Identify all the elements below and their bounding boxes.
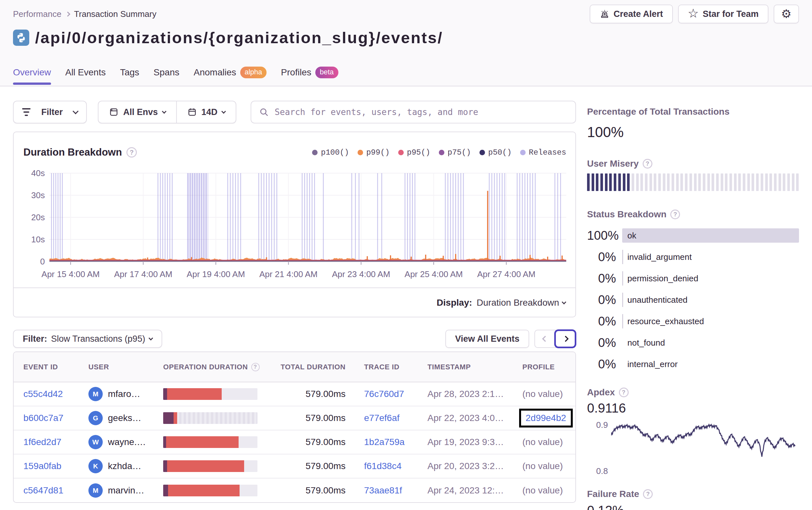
status-row-permission_denied: 0%permission_denied bbox=[587, 268, 799, 289]
misery-bar bbox=[632, 174, 634, 191]
status-row-internal_error: 0%internal_error bbox=[587, 353, 799, 375]
operation-duration-bar bbox=[163, 412, 257, 424]
breadcrumb-chevron-icon bbox=[65, 12, 70, 17]
trace-id-link[interactable]: 73aae81f bbox=[364, 485, 402, 496]
legend-item[interactable]: p99() bbox=[357, 148, 390, 157]
apdex-sparkline bbox=[611, 421, 799, 470]
misery-bar bbox=[734, 174, 736, 191]
help-icon[interactable]: ? bbox=[643, 159, 652, 169]
user-name: kzhda… bbox=[108, 461, 141, 471]
next-page-button[interactable] bbox=[555, 330, 575, 347]
transaction-summary-page: Performance Transaction Summary Create A… bbox=[0, 0, 812, 510]
legend-item[interactable]: p75() bbox=[439, 148, 471, 157]
chart-title: Duration Breakdown bbox=[23, 147, 122, 158]
search-input[interactable]: Search for events, users, tags, and more bbox=[251, 101, 576, 123]
misery-bar bbox=[721, 174, 723, 191]
tab-all-events[interactable]: All Events bbox=[65, 67, 106, 85]
avatar: M bbox=[88, 483, 103, 498]
legend-item[interactable]: Releases bbox=[520, 148, 566, 157]
tab-label: Anomalies bbox=[194, 67, 236, 78]
timestamp-cell: Apr 20, 2023 3:2… bbox=[428, 461, 522, 471]
event-id-link[interactable]: 1f6ed2d7 bbox=[23, 437, 61, 447]
view-all-events-button[interactable]: View All Events bbox=[445, 330, 529, 348]
status-row-invalid_argument: 0%invalid_argument bbox=[587, 246, 799, 268]
misery-bar bbox=[716, 174, 719, 191]
user-cell: Ggeeks… bbox=[88, 411, 163, 425]
user-cell: Mmarvin… bbox=[88, 483, 163, 498]
help-icon[interactable]: ? bbox=[619, 388, 629, 397]
svg-text:Apr 27 4:00 AM: Apr 27 4:00 AM bbox=[477, 269, 535, 279]
create-alert-button[interactable]: Create Alert bbox=[590, 4, 673, 23]
status-percent: 100% bbox=[587, 229, 616, 243]
table-row: c5647d81Mmarvin…579.00ms73aae81fApr 24, … bbox=[13, 479, 575, 503]
operation-duration-cell bbox=[163, 388, 270, 400]
legend-label: Releases bbox=[529, 148, 566, 157]
misery-bar bbox=[712, 174, 714, 191]
filter-button[interactable]: Filter bbox=[13, 101, 87, 123]
transaction-filter-button[interactable]: Filter: Slow Transactions (p95) bbox=[13, 330, 162, 348]
chevron-down-icon[interactable] bbox=[562, 300, 566, 304]
alpha-badge: alpha bbox=[240, 67, 267, 78]
duration-breakdown-chart[interactable]: 40s30s20s10s0Apr 15 4:00 AMApr 17 4:00 A… bbox=[13, 167, 575, 284]
chevron-right-icon bbox=[562, 335, 569, 342]
misery-bar bbox=[752, 174, 754, 191]
avatar: W bbox=[88, 435, 103, 449]
tab-overview[interactable]: Overview bbox=[13, 67, 51, 85]
event-id-link[interactable]: c5647d81 bbox=[23, 485, 63, 496]
event-id-link[interactable]: c55c4d42 bbox=[23, 389, 63, 399]
event-id-link[interactable]: b600c7a7 bbox=[23, 413, 63, 423]
tab-spans[interactable]: Spans bbox=[153, 67, 179, 85]
trace-id-link[interactable]: 1b2a759a bbox=[364, 437, 405, 447]
profile-link[interactable]: 2d99e4b2 bbox=[526, 413, 566, 423]
status-bar-area: not_found bbox=[622, 335, 799, 350]
status-percent: 0% bbox=[587, 357, 616, 371]
filter-lines-icon bbox=[22, 108, 31, 116]
tab-anomalies[interactable]: Anomaliesalpha bbox=[194, 67, 267, 85]
help-icon[interactable]: ? bbox=[126, 147, 137, 157]
profile-cell: (no value) bbox=[522, 461, 575, 471]
status-row-resource_exhausted: 0%resource_exhausted bbox=[587, 310, 799, 332]
settings-button[interactable]: ⚙ bbox=[774, 4, 799, 23]
display-value[interactable]: Duration Breakdown bbox=[476, 298, 559, 308]
trace-id-cell: f61d38c4 bbox=[346, 461, 428, 471]
apdex-heading: Apdex? bbox=[587, 387, 799, 398]
operation-duration-bar bbox=[163, 388, 257, 400]
legend-item[interactable]: p50() bbox=[480, 148, 512, 157]
status-name: permission_denied bbox=[622, 273, 698, 283]
user-name: wayne.… bbox=[108, 437, 146, 447]
environment-selector[interactable]: All Envs bbox=[98, 101, 176, 123]
star-for-team-button[interactable]: ☆ Star for Team bbox=[678, 4, 768, 23]
event-id-cell: c5647d81 bbox=[23, 485, 88, 496]
help-icon[interactable]: ? bbox=[670, 210, 680, 219]
help-icon[interactable]: ? bbox=[251, 363, 260, 371]
profile-cell: (no value) bbox=[522, 389, 575, 399]
misery-bar bbox=[676, 174, 679, 191]
legend-item[interactable]: p100() bbox=[312, 148, 349, 157]
user-name: geeks… bbox=[108, 413, 141, 423]
breadcrumb-performance[interactable]: Performance bbox=[13, 9, 61, 19]
trace-id-cell: 1b2a759a bbox=[346, 437, 428, 447]
chart-legend: p100()p99()p95()p75()p50()Releases bbox=[312, 148, 566, 157]
status-bar-area: permission_denied bbox=[622, 271, 799, 286]
trace-id-link[interactable]: f61d38c4 bbox=[364, 461, 402, 471]
misery-bar bbox=[605, 174, 608, 191]
status-row-ok: 100%ok bbox=[587, 225, 799, 246]
legend-item[interactable]: p95() bbox=[398, 148, 430, 157]
star-for-team-label: Star for Team bbox=[703, 9, 759, 19]
event-id-link[interactable]: 159a0fab bbox=[23, 461, 61, 471]
previous-page-button[interactable] bbox=[535, 330, 555, 347]
svg-text:30s: 30s bbox=[31, 190, 45, 200]
tab-tags[interactable]: Tags bbox=[120, 67, 139, 85]
date-range-selector[interactable]: 14D bbox=[176, 101, 236, 123]
apdex-ytick-low: 0.8 bbox=[596, 466, 608, 476]
misery-bar bbox=[640, 174, 643, 191]
siren-icon bbox=[600, 9, 610, 19]
tab-profiles[interactable]: Profilesbeta bbox=[281, 67, 338, 85]
duration-breakdown-card: Duration Breakdown ? p100()p99()p95()p75… bbox=[13, 131, 576, 318]
misery-bar bbox=[591, 174, 594, 191]
trace-id-link[interactable]: 76c760d7 bbox=[364, 389, 404, 399]
help-icon[interactable]: ? bbox=[643, 489, 653, 499]
trace-id-link[interactable]: e77ef6af bbox=[364, 413, 400, 423]
legend-label: p75() bbox=[447, 148, 471, 157]
total-duration-cell: 579.00ms bbox=[270, 437, 346, 447]
